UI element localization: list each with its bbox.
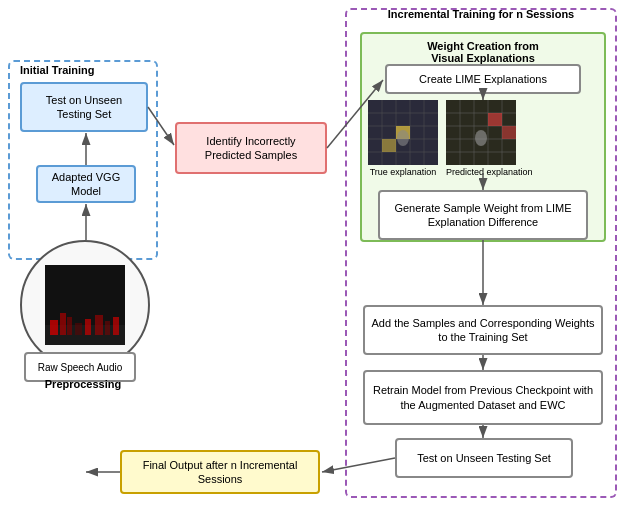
- test-unseen-left-box: Test on Unseen Testing Set: [20, 82, 148, 132]
- predicted-explanation-label: Predicted explanation: [446, 167, 533, 177]
- svg-rect-21: [488, 113, 502, 126]
- final-output-box: Final Output after n Incremental Session…: [120, 450, 320, 494]
- svg-rect-26: [50, 320, 58, 335]
- true-explanation-image: [368, 100, 438, 165]
- create-lime-box: Create LIME Explanations: [385, 64, 581, 94]
- generate-weight-box: Generate Sample Weight from LIME Explana…: [378, 190, 588, 240]
- test-unseen-right-box: Test on Unseen Testing Set: [395, 438, 573, 478]
- initial-training-title: Initial Training: [20, 64, 95, 76]
- svg-point-11: [397, 130, 409, 146]
- svg-rect-22: [502, 126, 516, 139]
- svg-rect-32: [105, 321, 110, 335]
- lime-images: True explanation: [368, 100, 533, 177]
- identify-box: Identify Incorrectly Predicted Samples: [175, 122, 327, 174]
- diagram: Incremental Training for n Sessions Weig…: [0, 0, 626, 512]
- svg-point-23: [475, 130, 487, 146]
- svg-rect-10: [382, 139, 396, 152]
- svg-rect-31: [95, 315, 103, 335]
- true-explanation-label: True explanation: [368, 167, 438, 177]
- adapted-vgg-box: Adapted VGG Model: [36, 165, 136, 203]
- predicted-explanation-image: [446, 100, 516, 165]
- svg-rect-33: [113, 317, 119, 335]
- weight-creation-title: Weight Creation fromVisual Explanations: [370, 40, 596, 64]
- svg-rect-29: [75, 323, 82, 335]
- preprocessing-circle: [20, 240, 150, 370]
- incremental-title: Incremental Training for n Sessions: [355, 8, 607, 20]
- preprocessing-label: Preprocessing: [24, 378, 142, 390]
- retrain-box: Retrain Model from Previous Checkpoint w…: [363, 370, 603, 425]
- add-samples-box: Add the Samples and Corresponding Weight…: [363, 305, 603, 355]
- spectrogram-image: [45, 265, 125, 345]
- svg-rect-30: [85, 319, 91, 335]
- svg-rect-27: [60, 313, 66, 335]
- svg-rect-28: [67, 317, 72, 335]
